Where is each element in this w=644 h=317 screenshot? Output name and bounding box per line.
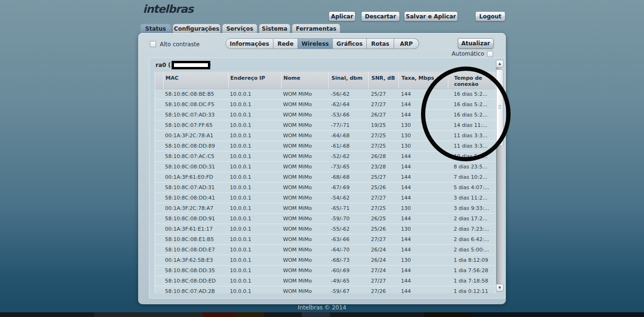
cell-ip: 10.0.0.1: [228, 203, 281, 213]
scrollbar-track[interactable]: [496, 67, 504, 284]
table-row[interactable]: 58:10:8C:08:DD:9110.0.0.1WOM MiMo-59/-70…: [155, 214, 495, 224]
cell-ip: 10.0.0.1: [228, 172, 281, 182]
table-row[interactable]: 58:10:8C:08:DD:8910.0.0.1WOM MiMo-61/-68…: [155, 141, 495, 151]
table-row[interactable]: 58:10:8C:07:FF:6510.0.0.1WOM MiMo-77/-71…: [155, 120, 495, 131]
subtab-rotas[interactable]: Rotas: [367, 38, 394, 49]
cell-nome: WOM MiMo: [281, 245, 328, 255]
table-body: 58:10:8C:08:BE:B510.0.0.1WOM MiMo-56/-62…: [155, 89, 495, 293]
table-header: MAC Endereço IP Nome Sinal, dbm SNR, dB …: [155, 72, 495, 89]
cell-ip: 10.0.0.1: [228, 266, 281, 275]
cell-sel: [155, 162, 163, 172]
cell-snr: 27/27: [368, 193, 398, 203]
alto-contraste-checkbox[interactable]: [150, 41, 156, 47]
scroll-down-icon[interactable]: ▼: [496, 284, 504, 292]
table-row[interactable]: 58:10:8C:08:E1:B510.0.0.1WOM MiMo-63/-66…: [155, 234, 495, 245]
tab-servicos[interactable]: Serviços: [222, 24, 257, 33]
cell-ip: 10.0.0.1: [228, 151, 281, 161]
cell-sinal: -77/-71: [328, 120, 368, 130]
cell-nome: WOM MiMo: [281, 183, 328, 192]
cell-sinal: -53/-66: [328, 110, 368, 120]
header-endereco-ip[interactable]: Endereço IP: [228, 72, 281, 89]
cell-tempo: 11 dias 3:3...: [448, 131, 495, 141]
sort-descending-icon: ▼: [490, 76, 493, 83]
tab-status[interactable]: Status: [140, 24, 171, 33]
table-row[interactable]: 00:1A:3F:2C:78:A710.0.0.1WOM MiMo-65/-71…: [155, 203, 495, 214]
cell-ip: 10.0.0.1: [228, 276, 281, 286]
table-row[interactable]: 58:10:8C:08:DD:4110.0.0.1WOM MiMo-54/-62…: [155, 193, 495, 203]
header-snr[interactable]: SNR, dB: [368, 72, 398, 89]
cell-mac: 58:10:8C:08:DD:E7: [163, 245, 228, 255]
aplicar-button[interactable]: Aplicar: [329, 11, 355, 21]
cell-sel: [155, 110, 163, 120]
cell-tempo: 11 dias 3:3...: [448, 141, 495, 151]
logout-button[interactable]: Logout: [475, 11, 505, 21]
header-tempo-label: Tempo de conexão: [454, 75, 482, 87]
table-row[interactable]: 00:1A:3F:61:E1:1710.0.0.1WOM MiMo-55/-62…: [155, 224, 495, 234]
table-row[interactable]: 58:10:8C:08:DD:E710.0.0.1WOM MiMo-64/-70…: [155, 245, 495, 255]
cell-taxa: 130: [398, 203, 448, 213]
header-mac[interactable]: MAC: [163, 72, 228, 89]
cell-tempo: 16 dias 5:2...: [448, 89, 495, 99]
descartar-button[interactable]: Descartar: [361, 11, 400, 21]
tab-sistema[interactable]: Sistema: [259, 24, 290, 33]
table-row[interactable]: 58:10:8C:07:AC:C510.0.0.1WOM MiMo-52/-62…: [155, 151, 495, 162]
desktop-patch: [424, 312, 471, 317]
subtab-arp[interactable]: ARP: [394, 38, 419, 49]
scrollbar-thumb[interactable]: [496, 69, 504, 146]
cell-sinal: -65/-71: [328, 203, 368, 213]
cell-sel: [155, 89, 163, 99]
automatico-checkbox[interactable]: [487, 51, 493, 57]
cell-ip: 10.0.0.1: [228, 214, 281, 224]
salvar-e-aplicar-button[interactable]: Salvar e Aplicar: [404, 11, 458, 21]
cell-mac: 00:1A:3F:2C:78:A1: [163, 131, 228, 141]
header-tempo-de-conexao[interactable]: Tempo de conexão ▼: [448, 72, 495, 89]
header-nome[interactable]: Nome: [281, 72, 328, 89]
table-row[interactable]: 58:10:8C:08:DC:F510.0.0.1WOM MiMo-62/-64…: [155, 100, 495, 110]
table-row[interactable]: 00:1A:3F:62:5B:E310.0.0.1WOM MiMo-68/-73…: [155, 255, 495, 266]
table-row[interactable]: 58:10:8C:07:AD:2B10.0.0.1WOM MiMo-59/-67…: [155, 286, 495, 293]
table-row[interactable]: 00:1A:3F:61:E0:FD10.0.0.1WOM MiMo-68/-68…: [155, 172, 495, 183]
cell-tempo: 2 dias 17:2...: [448, 214, 495, 224]
tab-ferramentas[interactable]: Ferramentas: [292, 24, 340, 33]
table-scrollbar[interactable]: ▲ ▼: [496, 60, 504, 292]
cell-taxa: 144: [398, 234, 448, 244]
header-taxa[interactable]: Taxa, Mbps: [398, 72, 448, 89]
cell-sinal: -63/-66: [328, 234, 368, 244]
subtab-wireless[interactable]: Wireless: [298, 38, 333, 49]
scroll-up-icon[interactable]: ▲: [496, 60, 504, 67]
cell-nome: WOM MiMo: [281, 100, 328, 109]
cell-sel: [155, 224, 163, 234]
cell-ip: 10.0.0.1: [228, 89, 281, 99]
cell-ip: 10.0.0.1: [228, 255, 281, 265]
cell-sel: [155, 286, 163, 293]
table-row[interactable]: 58:10:8C:08:DD:ED10.0.0.1WOM MiMo-49/-65…: [155, 276, 495, 286]
cell-sinal: -56/-62: [328, 89, 368, 99]
cell-sel: [155, 193, 163, 203]
cell-nome: WOM MiMo: [281, 110, 328, 120]
subtab-informacoes[interactable]: Informações: [225, 38, 273, 49]
cell-taxa: 144: [398, 110, 448, 120]
cell-ip: 10.0.0.1: [228, 131, 281, 141]
table-row[interactable]: 58:10:8C:08:DD:3110.0.0.1WOM MiMo-73/-65…: [155, 162, 495, 172]
cell-mac: 58:10:8C:07:AC:C5: [163, 151, 228, 161]
cell-nome: WOM MiMo: [281, 234, 328, 244]
header-sinal[interactable]: Sinal, dbm: [328, 72, 368, 89]
cell-sinal: -68/-68: [328, 172, 368, 182]
table-row[interactable]: 00:1A:3F:2C:78:A110.0.0.1WOM MiMo-64/-68…: [155, 131, 495, 141]
table-row[interactable]: 58:10:8C:08:DD:3510.0.0.1WOM MiMo-60/-69…: [155, 266, 495, 276]
cell-sinal: -54/-62: [328, 193, 368, 203]
cell-nome: WOM MiMo: [281, 141, 328, 151]
cell-nome: WOM MiMo: [281, 120, 328, 130]
table-row[interactable]: 58:10:8C:07:AD:3310.0.0.1WOM MiMo-53/-66…: [155, 110, 495, 120]
table-row[interactable]: 58:10:8C:07:AD:3110.0.0.1WOM MiMo-67/-69…: [155, 183, 495, 193]
cell-sel: [155, 276, 163, 286]
alto-contraste-label: Alto contraste: [160, 41, 199, 48]
atualizar-button[interactable]: Atualizar: [458, 38, 494, 49]
subtab-graficos[interactable]: Gráficos: [333, 38, 367, 49]
cell-tempo: 7 dias 10:2...: [448, 172, 495, 182]
table-row[interactable]: 58:10:8C:08:BE:B510.0.0.1WOM MiMo-56/-62…: [155, 89, 495, 100]
tab-configuracoes[interactable]: Configurações: [173, 24, 221, 33]
interface-label: ra0 ( ): [156, 61, 211, 69]
subtab-rede[interactable]: Rede: [273, 38, 298, 49]
cell-snr: 27/25: [368, 203, 398, 213]
